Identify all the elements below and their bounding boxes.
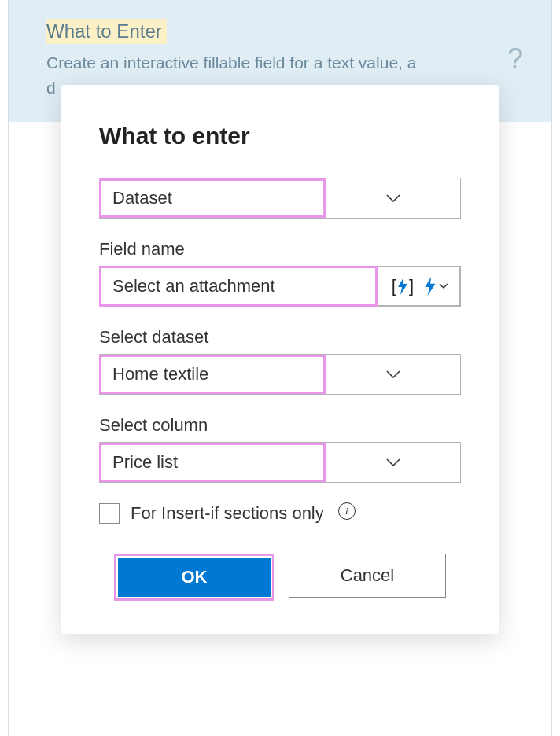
field-name-row: Field name Select an attachment [ ]	[99, 239, 461, 307]
insert-if-checkbox[interactable]	[99, 503, 120, 524]
chevron-down-icon	[386, 458, 400, 466]
chevron-down-icon	[386, 370, 400, 378]
dialog-title: What to enter	[99, 123, 461, 149]
type-field-row: Dataset	[99, 178, 461, 219]
select-dataset-arrow[interactable]	[326, 370, 460, 378]
bolt-icon	[423, 277, 437, 296]
background-title: What to Enter	[46, 19, 167, 44]
field-name-value: Select an attachment	[99, 266, 378, 307]
insert-if-checkbox-row: For Insert-if sections only i	[99, 503, 461, 524]
what-to-enter-dialog: What to enter Dataset Field name Select …	[61, 85, 499, 634]
field-name-actions: [ ]	[378, 267, 460, 306]
type-select-value: Dataset	[99, 178, 326, 218]
field-name-label: Field name	[99, 239, 461, 259]
insert-variable-button[interactable]: [ ]	[392, 276, 414, 296]
chevron-down-icon	[386, 194, 400, 202]
bracket-close: ]	[409, 276, 414, 296]
ok-button[interactable]: OK	[118, 558, 271, 597]
dialog-buttons: OK Cancel	[99, 554, 461, 601]
chevron-down-icon	[439, 283, 448, 289]
variable-dropdown-button[interactable]	[423, 277, 448, 296]
insert-if-label: For Insert-if sections only	[131, 503, 324, 524]
select-column-dropdown[interactable]: Price list	[99, 442, 461, 483]
select-column-label: Select column	[99, 415, 461, 436]
select-column-value: Price list	[99, 443, 326, 482]
select-column-arrow[interactable]	[326, 458, 460, 466]
cancel-button[interactable]: Cancel	[289, 554, 446, 598]
bolt-icon	[396, 278, 409, 295]
type-select-arrow[interactable]	[326, 194, 460, 202]
select-dataset-dropdown[interactable]: Home textile	[99, 354, 461, 395]
select-dataset-label: Select dataset	[99, 327, 461, 348]
select-dataset-row: Select dataset Home textile	[99, 327, 461, 395]
help-icon[interactable]: ?	[507, 42, 523, 75]
info-icon[interactable]: i	[338, 502, 356, 520]
field-name-input[interactable]: Select an attachment [ ]	[99, 266, 461, 307]
ok-button-highlight: OK	[114, 554, 274, 601]
select-dataset-value: Home textile	[99, 355, 326, 394]
select-column-row: Select column Price list	[99, 415, 461, 483]
type-select[interactable]: Dataset	[99, 178, 461, 219]
